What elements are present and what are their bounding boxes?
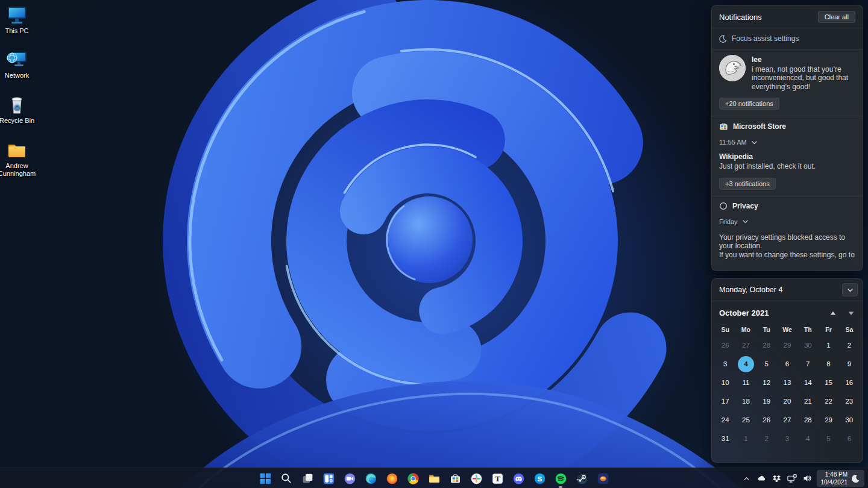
calendar-day[interactable]: 7 xyxy=(800,356,816,372)
calendar-day[interactable]: 2 xyxy=(758,431,775,447)
windows-start-icon xyxy=(259,472,272,485)
calendar-month-row: October 2021 xyxy=(712,301,863,319)
calendar-next-month-button[interactable] xyxy=(848,311,854,316)
skype-button[interactable]: S xyxy=(532,471,547,486)
clear-all-button[interactable]: Clear all xyxy=(818,11,855,23)
calendar-day[interactable]: 18 xyxy=(738,393,754,410)
calendar-day[interactable]: 30 xyxy=(841,412,857,428)
calendar-day[interactable]: 9 xyxy=(841,356,857,372)
calendar-day[interactable]: 30 xyxy=(800,337,816,354)
dinosaur-avatar-image xyxy=(719,55,746,81)
calendar-day[interactable]: 26 xyxy=(717,337,734,354)
clock-notification-button[interactable]: 1:48 PM 10/4/2021 xyxy=(817,470,865,487)
calendar-day[interactable]: 27 xyxy=(779,412,795,428)
calendar-day[interactable]: 8 xyxy=(820,356,837,372)
svg-text:♻: ♻ xyxy=(13,103,20,112)
calendar-day[interactable]: 25 xyxy=(738,412,754,428)
notification-group-privacy[interactable]: Privacy Friday Your privacy settings blo… xyxy=(712,196,863,271)
onedrive-tray-icon[interactable] xyxy=(756,473,767,484)
notifications-header: Notifications Clear all xyxy=(712,5,863,28)
firefox-button[interactable] xyxy=(384,471,400,486)
calendar-day[interactable]: 29 xyxy=(779,337,795,354)
calendar-day[interactable]: 1 xyxy=(820,337,837,354)
spotify-icon xyxy=(555,472,567,485)
notification-time-toggle[interactable]: 11:55 AM xyxy=(719,139,855,146)
task-view-button[interactable] xyxy=(300,471,315,486)
orange-disc-app-button[interactable] xyxy=(595,471,611,486)
chrome-button[interactable] xyxy=(405,471,421,486)
more-notifications-button[interactable]: +20 notifications xyxy=(719,98,779,110)
notification-group-lee[interactable]: lee i mean, not good that you’re inconve… xyxy=(712,49,863,116)
focus-assist-settings-link[interactable]: Focus assist settings xyxy=(712,28,863,49)
hidden-icons-chevron[interactable] xyxy=(741,473,752,484)
calendar-day[interactable]: 11 xyxy=(738,375,754,391)
slack-icon xyxy=(470,472,483,485)
calendar-day[interactable]: 29 xyxy=(820,412,837,428)
calendar-day[interactable]: 28 xyxy=(800,412,816,428)
calendar-day[interactable]: 14 xyxy=(800,375,816,391)
calendar-day[interactable]: 17 xyxy=(717,393,734,410)
notification-center: Notifications Clear all Focus assist set… xyxy=(711,5,863,271)
calendar-day[interactable]: 23 xyxy=(841,393,857,410)
calendar-day[interactable]: 2 xyxy=(841,337,857,354)
desktop-icon-recycle-bin[interactable]: ♻ Recycle Bin xyxy=(0,95,42,125)
calendar-day[interactable]: 10 xyxy=(717,375,734,391)
calendar-day[interactable]: 21 xyxy=(800,393,816,410)
calendar-day[interactable]: 15 xyxy=(820,375,837,391)
network-tray-icon[interactable] xyxy=(787,473,797,484)
search-button[interactable] xyxy=(278,471,294,486)
calendar-day[interactable]: 28 xyxy=(758,337,775,354)
calendar-day[interactable]: 24 xyxy=(717,412,734,428)
calendar-day[interactable]: 26 xyxy=(758,412,775,428)
calendar-day[interactable]: 22 xyxy=(820,393,837,410)
focus-assist-moon-icon xyxy=(719,35,727,43)
focus-assist-moon-icon xyxy=(851,474,860,483)
calendar-day-selected[interactable]: 4 xyxy=(738,356,754,372)
chat-button[interactable] xyxy=(342,471,357,486)
calendar-day[interactable]: 16 xyxy=(841,375,857,391)
desktop-icon-this-pc[interactable]: This PC xyxy=(0,5,42,35)
calendar-day[interactable]: 12 xyxy=(758,375,775,391)
more-notifications-button[interactable]: +3 notifications xyxy=(719,178,776,190)
tray-date: 10/4/2021 xyxy=(821,479,848,486)
calendar-prev-month-button[interactable] xyxy=(830,311,836,316)
calendar-day[interactable]: 5 xyxy=(820,431,837,447)
notification-group-store[interactable]: Microsoft Store 11:55 AM Wikipedia Just … xyxy=(712,116,863,195)
dropbox-tray-icon[interactable] xyxy=(772,473,782,484)
file-explorer-button[interactable] xyxy=(426,471,442,486)
desktop-icon-network[interactable]: Network xyxy=(0,49,42,80)
start-button[interactable] xyxy=(257,471,273,486)
desktop-icon-label: Recycle Bin xyxy=(0,117,34,124)
calendar-day[interactable]: 6 xyxy=(779,356,795,372)
calendar-day[interactable]: 3 xyxy=(717,356,734,372)
desktop-icon-label: This PC xyxy=(5,27,28,34)
calendar-collapse-button[interactable] xyxy=(842,283,858,296)
calendar-day[interactable]: 5 xyxy=(758,356,775,372)
spotify-button[interactable] xyxy=(553,471,568,486)
microsoft-store-icon xyxy=(449,472,462,485)
discord-button[interactable] xyxy=(511,471,526,486)
calendar-day[interactable]: 27 xyxy=(738,337,754,354)
microsoft-store-button[interactable] xyxy=(447,471,463,486)
edge-button[interactable] xyxy=(363,471,379,486)
chevron-up-icon xyxy=(743,475,750,483)
weekday-label: Mo xyxy=(735,326,756,333)
steam-button[interactable] xyxy=(574,471,590,486)
calendar-day[interactable]: 31 xyxy=(717,431,734,447)
calendar-day[interactable]: 13 xyxy=(779,375,795,391)
svg-text:T: T xyxy=(495,474,500,483)
slack-button[interactable] xyxy=(468,471,484,486)
calendar-day[interactable]: 20 xyxy=(779,393,795,410)
calendar-day[interactable]: 19 xyxy=(758,393,775,410)
calendar-day[interactable]: 6 xyxy=(841,431,857,447)
notification-time-toggle[interactable]: Friday xyxy=(719,218,855,225)
weekday-label: We xyxy=(777,326,797,333)
calendar-day[interactable]: 1 xyxy=(738,431,754,447)
widgets-button[interactable] xyxy=(321,471,336,486)
calendar-day[interactable]: 3 xyxy=(779,431,795,447)
volume-tray-icon[interactable] xyxy=(802,473,813,484)
t-app-button[interactable]: T xyxy=(489,471,505,486)
desktop-icon-andrew-cunningham[interactable]: Andrew Cunningham xyxy=(0,140,42,178)
calendar-day[interactable]: 4 xyxy=(800,431,816,447)
edge-icon xyxy=(365,472,377,485)
